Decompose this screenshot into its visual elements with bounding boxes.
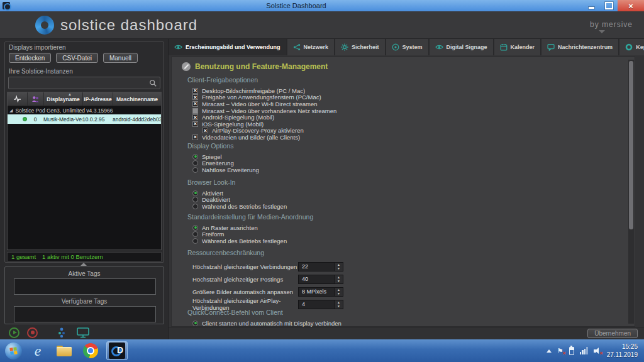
radio-icon[interactable] — [192, 238, 198, 244]
settings-tabbar: Erscheinungsbild und Verwendung Netzwerk… — [169, 39, 644, 55]
checkbox-checked-icon[interactable] — [192, 94, 198, 100]
pod-group-row[interactable]: ◢ Solstice Pod Gen3, Unlimited v4.3.1596… — [8, 106, 161, 114]
spin-down-icon[interactable]: ▼ — [335, 279, 343, 283]
radio-row[interactable]: Während des Betriebs festlegen — [192, 203, 287, 210]
radio-row[interactable]: An Raster ausrichten — [192, 224, 313, 231]
max-postings-input[interactable]: 40 — [298, 275, 335, 284]
spinner-buttons[interactable]: ▲▼ — [335, 275, 343, 284]
tab-netzwerk[interactable]: Netzwerk — [287, 39, 336, 55]
discover-button[interactable]: Entdecken — [9, 53, 51, 63]
max-airplay-input[interactable]: 4 — [298, 300, 335, 309]
checkbox-row[interactable]: AirPlay-Discovery-Proxy aktivieren — [203, 128, 336, 134]
checkbox-row[interactable]: Videodateien und Bilder (alle Clients) — [192, 134, 336, 141]
clock-time: 15:25 — [607, 343, 638, 351]
column-displayname[interactable]: Displayname — [44, 92, 83, 106]
group-browser-lookin: Browser Look-In Aktiviert Deaktiviert Wä… — [187, 178, 287, 210]
instance-search-input[interactable] — [8, 77, 160, 89]
radio-selected-icon[interactable] — [192, 225, 198, 231]
speaker-muted-icon[interactable] — [594, 347, 601, 354]
radio-icon[interactable] — [192, 204, 198, 209]
spin-down-icon[interactable]: ▼ — [335, 304, 343, 309]
taskbar-clock[interactable]: 15:25 27.11.2019 — [607, 343, 638, 359]
start-icon[interactable] — [9, 327, 19, 338]
active-tags-box[interactable] — [14, 278, 156, 295]
checkbox-row[interactable]: Miracast – Video über vorhandenes Netz s… — [192, 107, 336, 114]
users-column-icon[interactable] — [28, 92, 44, 106]
column-machine[interactable]: Maschinenname — [113, 92, 161, 106]
mersive-logo-icon — [599, 30, 605, 33]
max-connections-input[interactable]: 22 — [298, 262, 335, 272]
minimize-button[interactable] — [582, 0, 600, 11]
checkbox-row[interactable]: Android-Spiegelung (Mobil) — [192, 114, 336, 121]
checkbox-checked-icon[interactable] — [192, 101, 198, 107]
apply-button[interactable]: Übernehmen — [587, 329, 638, 338]
maximize-button[interactable] — [600, 0, 618, 11]
tree-expander-icon[interactable]: ◢ — [9, 108, 13, 113]
taskbar-item-ie[interactable] — [27, 341, 48, 360]
online-status-icon — [23, 117, 27, 121]
radio-row[interactable]: Während des Betriebs festlegen — [192, 238, 313, 244]
status-column-icon[interactable] — [8, 92, 28, 106]
radio-row[interactable]: Aktiviert — [192, 190, 287, 197]
radio-row[interactable]: Nahtlose Erweiterung — [192, 167, 259, 173]
tab-system[interactable]: System — [386, 39, 430, 55]
radio-selected-icon[interactable] — [192, 321, 198, 326]
radio-selected-icon[interactable] — [192, 154, 198, 160]
checkbox-checked-icon[interactable] — [192, 88, 198, 94]
radio-row[interactable]: Spiegel — [192, 153, 259, 160]
tab-kepler[interactable]: Kepler — [619, 39, 644, 55]
radio-icon[interactable] — [192, 167, 198, 173]
tray-expand-icon[interactable] — [547, 349, 552, 353]
checkbox-checked-icon[interactable] — [192, 134, 198, 140]
display-monitor-icon[interactable] — [77, 327, 89, 338]
usb-device-icon[interactable] — [57, 327, 67, 338]
radio-icon[interactable] — [192, 197, 198, 202]
content-scrollbar[interactable] — [628, 60, 634, 324]
checkbox-row[interactable]: Miracast – Video über Wi-fi Direct strea… — [192, 101, 336, 107]
users-icon — [31, 96, 40, 103]
tab-kalender[interactable]: Kalender — [494, 39, 542, 55]
collapse-arrow-icon[interactable] — [80, 263, 87, 266]
battery-icon[interactable] — [569, 347, 574, 355]
radio-icon[interactable] — [192, 231, 198, 237]
instances-table: ▲ Displayname IP-Adresse Maschinenname ◢ — [7, 92, 162, 250]
tab-nachrichtenzentrum[interactable]: Nachrichtenzentrum — [541, 39, 619, 55]
tab-sicherheit[interactable]: Sicherheit — [335, 39, 386, 55]
network-signal-icon[interactable] — [580, 347, 588, 354]
stop-icon[interactable] — [27, 327, 38, 338]
tab-erscheinungsbild[interactable]: Erscheinungsbild und Verwendung — [169, 39, 287, 55]
start-button[interactable] — [5, 343, 22, 359]
checkbox-unchecked-icon[interactable] — [192, 108, 198, 114]
checkbox-row[interactable]: Desktop-Bildschirmfreigabe (PC / Mac) — [192, 87, 336, 94]
column-ip[interactable]: IP-Adresse — [83, 92, 113, 106]
action-center-flag-icon[interactable]: ⚑ — [557, 347, 564, 355]
available-tags-box[interactable] — [14, 306, 156, 322]
checkbox-checked-icon[interactable] — [192, 121, 198, 127]
scrollbar-thumb[interactable] — [629, 61, 633, 229]
checkbox-checked-icon[interactable] — [192, 114, 198, 120]
csv-file-button[interactable]: CSV-Datei — [56, 53, 98, 63]
spinner-buttons[interactable]: ▲▼ — [335, 300, 343, 309]
taskbar-item-solstice[interactable] — [106, 341, 128, 360]
spin-down-icon[interactable]: ▼ — [335, 292, 343, 296]
radio-row[interactable]: Client starten und automatisch mit Displ… — [192, 320, 341, 327]
radio-row[interactable]: Freiform — [192, 231, 313, 238]
table-row[interactable]: 0 Musik-Media-Verlag 10.0.2.95 android-4… — [8, 114, 161, 124]
tab-digital-signage[interactable]: Digital Signage — [430, 39, 494, 55]
radio-row[interactable]: Deaktiviert — [192, 197, 287, 204]
close-button[interactable] — [618, 0, 644, 11]
radio-row[interactable]: Erweiterung — [192, 160, 259, 167]
manual-button[interactable]: Manuell — [103, 53, 138, 63]
radio-selected-icon[interactable] — [192, 190, 198, 196]
image-resize-input[interactable]: 8 MPixels — [298, 287, 335, 297]
radio-icon[interactable] — [192, 160, 198, 166]
checkbox-row[interactable]: Freigabe von Anwendungsfenstern (PC/Mac) — [192, 94, 336, 101]
group-display-options: Display Options Spiegel Erweiterung Naht… — [187, 142, 259, 173]
checkbox-row[interactable]: iOS-Spiegelung (Mobil) — [192, 121, 336, 128]
taskbar-item-chrome[interactable] — [80, 341, 101, 360]
taskbar-item-explorer[interactable] — [53, 341, 75, 360]
spinner-buttons[interactable]: ▲▼ — [335, 262, 343, 272]
spin-down-icon[interactable]: ▼ — [335, 266, 343, 271]
spinner-buttons[interactable]: ▲▼ — [335, 287, 343, 297]
checkbox-checked-icon[interactable] — [203, 128, 208, 133]
